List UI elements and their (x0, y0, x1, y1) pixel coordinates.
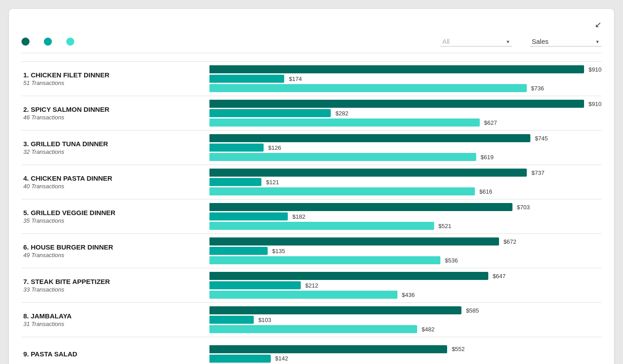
sales-bar-row: $745 (209, 134, 602, 142)
bars-area: $910$174$736 (209, 62, 602, 96)
bars-area: $647$212$436 (209, 268, 602, 302)
profit-bar-row: $619 (209, 153, 602, 161)
cost-bar-row: $212 (209, 281, 602, 289)
profit-value: $482 (422, 326, 435, 333)
cost-value: $212 (305, 282, 318, 289)
sales-bar-row: $737 (209, 169, 602, 177)
row-name: 5. GRILLED VEGGIE DINNER (23, 209, 202, 216)
cost-value: $135 (272, 248, 285, 254)
sales-value: $552 (452, 346, 465, 352)
profit-bar-row: $536 (209, 256, 602, 264)
sales-value: $910 (589, 101, 602, 107)
profit-dot (66, 38, 74, 46)
sales-bar (209, 169, 527, 177)
sales-value: $745 (535, 135, 548, 142)
sales-bar-row: $647 (209, 272, 602, 280)
cost-bar-row: $135 (209, 247, 602, 255)
row-label: 1. CHICKEN FILET DINNER51 Transactions (21, 62, 209, 96)
sales-bar (209, 65, 584, 73)
cost-bar (209, 212, 288, 220)
cost-dot (44, 38, 52, 46)
row-transactions: 35 Transactions (23, 217, 202, 224)
cost-value: $142 (275, 355, 288, 362)
cost-bar-row: $121 (209, 178, 602, 186)
profit-bar-row: $627 (209, 119, 602, 127)
profit-value: $736 (531, 85, 544, 92)
category-select-wrapper: All (440, 37, 512, 47)
cost-value: $126 (268, 144, 281, 151)
row-transactions: 51 Transactions (23, 80, 202, 86)
cost-bar (209, 247, 268, 255)
profit-bar (209, 222, 434, 230)
category-select[interactable]: All (440, 37, 512, 47)
profit-value: $619 (481, 154, 494, 161)
sales-bar (209, 272, 488, 280)
row-name: 1. CHICKEN FILET DINNER (23, 71, 202, 79)
cost-bar (209, 316, 254, 324)
row-name: 2. SPICY SALMON DINNER (23, 106, 202, 113)
cost-bar (209, 281, 301, 289)
sortby-select-wrapper: Sales Cost Gross Profit (530, 37, 602, 47)
profit-bar-row: $482 (209, 325, 602, 333)
sales-bar (209, 134, 530, 142)
sales-bar-row: $910 (209, 100, 602, 108)
bars-area: $737$121$616 (209, 165, 602, 199)
cost-bar (209, 144, 264, 152)
legend-sales (21, 38, 33, 46)
legend (21, 38, 422, 46)
profit-bar (209, 291, 397, 299)
bars-area: $703$182$521 (209, 199, 602, 233)
row-name: 8. JAMBALAYA (23, 312, 202, 320)
cost-bar (209, 178, 261, 186)
cost-value: $182 (292, 213, 305, 220)
row-name: 6. HOUSE BURGER DINNER (23, 243, 202, 251)
profit-bar (209, 153, 476, 161)
table-row: 3. GRILLED TUNA DINNER32 Transactions$74… (21, 130, 602, 165)
sales-bar-row: $552 (209, 345, 602, 353)
sales-value: $737 (531, 169, 544, 176)
sales-value: $703 (517, 204, 530, 211)
row-name: 9. PASTA SALAD (23, 350, 202, 358)
cost-value: $121 (266, 179, 279, 186)
cost-bar-row: $174 (209, 75, 602, 83)
cost-value: $174 (289, 76, 302, 82)
header-right: ↙ (589, 20, 602, 30)
row-label: 4. CHICKEN PASTA DINNER40 Transactions (21, 165, 209, 199)
sales-bar (209, 345, 447, 353)
legend-cost (44, 38, 55, 46)
row-label: 5. GRILLED VEGGIE DINNER35 Transactions (21, 199, 209, 233)
bars-area: $745$126$619 (209, 131, 602, 165)
table-row: 1. CHICKEN FILET DINNER51 Transactions$9… (21, 61, 602, 96)
cost-value: $282 (335, 110, 348, 117)
row-label: 7. STEAK BITE APPETIZER33 Transactions (21, 268, 209, 302)
bars-area: $552$142 (209, 337, 602, 364)
profit-bar (209, 325, 417, 333)
cost-bar-row: $142 (209, 355, 602, 363)
row-label: 6. HOUSE BURGER DINNER49 Transactions (21, 234, 209, 268)
profit-bar (209, 84, 527, 92)
sales-bar (209, 237, 499, 245)
bars-area: $585$103$482 (209, 303, 602, 337)
sortby-filter-group: Sales Cost Gross Profit (530, 37, 602, 47)
profit-bar-row: $521 (209, 222, 602, 230)
collapse-icon[interactable]: ↙ (595, 20, 602, 30)
sortby-select[interactable]: Sales Cost Gross Profit (530, 37, 602, 47)
table-row: 4. CHICKEN PASTA DINNER40 Transactions$7… (21, 165, 602, 199)
sales-value: $585 (466, 307, 479, 314)
row-transactions: 40 Transactions (23, 183, 202, 190)
profit-bar-row: $436 (209, 291, 602, 299)
row-name: 4. CHICKEN PASTA DINNER (23, 174, 202, 182)
cost-bar (209, 75, 284, 83)
sales-dot (21, 38, 30, 46)
table-row: 8. JAMBALAYA31 Transactions$585$103$482 (21, 302, 602, 337)
cost-value: $103 (258, 317, 271, 323)
header: ↙ (21, 20, 602, 30)
row-label: 2. SPICY SALMON DINNER46 Transactions (21, 96, 209, 130)
bars-area: $672$135$536 (209, 234, 602, 268)
row-transactions: 31 Transactions (23, 321, 202, 327)
profit-value: $616 (479, 188, 492, 195)
sales-bar-row: $703 (209, 203, 602, 211)
table-row: 9. PASTA SALAD$552$142 (21, 337, 602, 364)
sales-value: $910 (589, 66, 602, 73)
table-row: 7. STEAK BITE APPETIZER33 Transactions$6… (21, 268, 602, 302)
